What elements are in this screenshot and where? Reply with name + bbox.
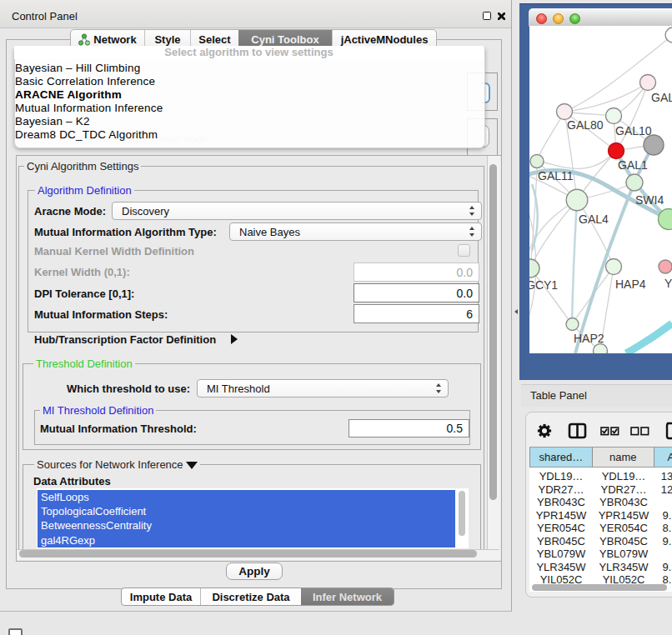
svg-text:GAL4: GAL4 bbox=[579, 212, 609, 226]
svg-text:GAL80: GAL80 bbox=[567, 118, 604, 132]
svg-text:SWI4: SWI4 bbox=[635, 193, 664, 207]
svg-text:GAL10: GAL10 bbox=[615, 124, 652, 138]
svg-text:GCY1: GCY1 bbox=[529, 278, 558, 292]
svg-text:HAP2: HAP2 bbox=[574, 332, 604, 345]
svg-text:HAP4: HAP4 bbox=[615, 278, 646, 291]
svg-text:GAL11: GAL11 bbox=[538, 169, 574, 182]
svg-text:GAL: GAL bbox=[651, 91, 672, 104]
svg-text:GAL1: GAL1 bbox=[618, 158, 648, 172]
svg-text:Y: Y bbox=[664, 277, 672, 290]
